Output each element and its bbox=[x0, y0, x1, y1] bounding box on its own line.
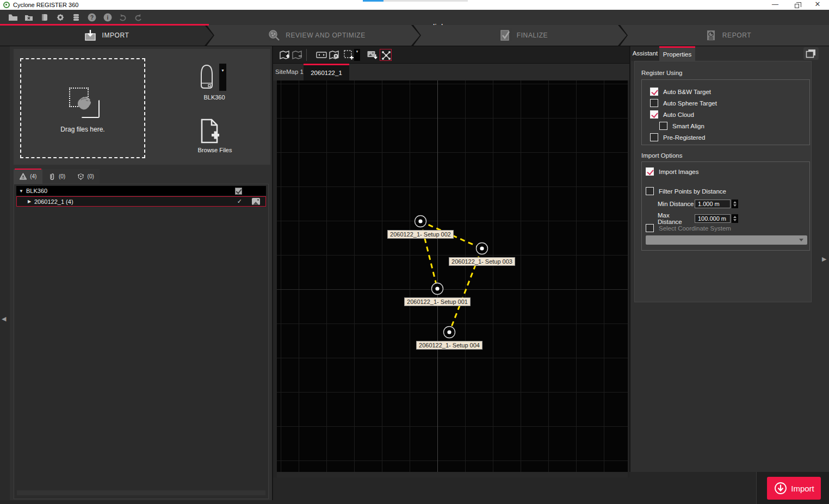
step-report[interactable]: REPORT bbox=[619, 25, 829, 46]
import-images-checkbox[interactable] bbox=[646, 167, 654, 176]
tab-count: (0) bbox=[59, 173, 65, 179]
select-options-dropdown[interactable]: ▼ bbox=[354, 49, 360, 61]
import-arrow-icon bbox=[774, 481, 788, 495]
min-distance-row: Min Distance 1.000 m bbox=[658, 200, 738, 208]
export-image-icon[interactable] bbox=[366, 49, 378, 61]
setup-label[interactable]: 2060122_1- Setup 003 bbox=[449, 257, 515, 266]
tab-attachments[interactable]: (0) bbox=[42, 169, 71, 184]
properties-card: Register Using Auto B&W TargetAuto Spher… bbox=[634, 61, 812, 302]
coordinate-system-checkbox[interactable] bbox=[646, 224, 654, 232]
active-step-indicator bbox=[0, 24, 209, 26]
expand-caret-icon[interactable]: ▼ bbox=[16, 189, 26, 194]
checkbox[interactable] bbox=[650, 133, 658, 141]
checkbox[interactable] bbox=[650, 110, 658, 119]
device-dropdown[interactable]: ▼ bbox=[219, 64, 226, 91]
review-step-icon bbox=[268, 29, 281, 42]
setup-links-layer bbox=[277, 80, 628, 472]
register-option-3: Smart Align bbox=[650, 120, 717, 132]
setup-label[interactable]: 2060122_1- Setup 002 bbox=[387, 230, 454, 239]
pano-view-icon[interactable] bbox=[315, 49, 327, 61]
register-option-4: Pre-Registered bbox=[650, 132, 717, 143]
sitemap-panel: ▼ SiteMap 1 2060122_1 2060122_1- Setup 0… bbox=[273, 46, 629, 477]
collapse-left-panel-arrow-icon[interactable]: ◀ bbox=[2, 315, 6, 322]
checkbox-label: Auto Sphere Target bbox=[663, 100, 717, 107]
file-tree: ▼ BLK360 ▶ 2060122_1 (4) ✓ bbox=[14, 184, 269, 499]
filter-points-checkbox[interactable] bbox=[646, 187, 654, 195]
device-label: BLK360 bbox=[191, 94, 238, 101]
tab-sitemap-1[interactable]: SiteMap 1 bbox=[275, 64, 304, 80]
tab-scans[interactable]: (0) bbox=[71, 169, 100, 184]
setup-label[interactable]: 2060122_1- Setup 004 bbox=[416, 341, 482, 350]
workflow-steps: IMPORT REVIEW AND OPTIMIZE FINALIZE REPO… bbox=[0, 25, 829, 46]
attachment-icon bbox=[48, 172, 56, 181]
setup-label[interactable]: 2060122_1- Setup 001 bbox=[404, 297, 471, 306]
show-links-icon[interactable] bbox=[380, 49, 392, 61]
blk360-device-icon[interactable] bbox=[199, 63, 231, 91]
tab-warnings[interactable]: (4) bbox=[14, 169, 42, 184]
restore-button[interactable] bbox=[789, 0, 805, 9]
sitemap-canvas[interactable]: 2060122_1- Setup 0022060122_1- Setup 003… bbox=[277, 80, 628, 472]
step-finalize[interactable]: FINALIZE bbox=[412, 25, 627, 46]
tab-2060122-1[interactable]: 2060122_1 bbox=[304, 64, 349, 80]
redo-icon[interactable] bbox=[133, 12, 144, 23]
help-icon[interactable]: ? bbox=[86, 12, 97, 23]
checkbox[interactable] bbox=[650, 99, 658, 107]
import-data-icon[interactable] bbox=[39, 12, 50, 23]
area-select-icon[interactable] bbox=[343, 49, 355, 61]
list-scrollbar[interactable] bbox=[17, 490, 265, 495]
check-icon: ✓ bbox=[237, 198, 242, 205]
collapse-right-panel-arrow-icon[interactable]: ▶ bbox=[822, 256, 826, 263]
file-list-tabs: (4) (0) (0) bbox=[14, 169, 100, 184]
tree-row-2060122-1[interactable]: ▶ 2060122_1 (4) ✓ bbox=[16, 196, 266, 207]
checkbox[interactable] bbox=[650, 88, 658, 96]
settings-gear-icon[interactable] bbox=[55, 12, 66, 23]
report-step-icon bbox=[704, 29, 717, 42]
browse-files-source[interactable]: Browse Files bbox=[199, 119, 231, 161]
step-review[interactable]: REVIEW AND OPTIMIZE bbox=[206, 25, 420, 46]
device-source[interactable]: ▼ BLK360 bbox=[199, 63, 231, 106]
finalize-step-icon bbox=[499, 29, 512, 42]
max-distance-input[interactable]: 100.000 m bbox=[695, 214, 731, 223]
image-badge-icon[interactable] bbox=[252, 198, 260, 205]
app-logo-icon bbox=[3, 2, 10, 8]
close-button[interactable]: ✕ bbox=[809, 0, 826, 9]
import-options-group: Import Images Filter Points by Distance … bbox=[641, 161, 810, 251]
tab-assistant[interactable]: Assistant bbox=[631, 46, 659, 61]
open-project-icon[interactable] bbox=[8, 12, 18, 23]
undo-icon[interactable] bbox=[117, 12, 128, 23]
storage-icon[interactable] bbox=[71, 12, 82, 23]
checkbox[interactable] bbox=[659, 122, 667, 130]
map-scrollbar[interactable] bbox=[277, 472, 628, 477]
coordinate-system-option: Select Coordinate System bbox=[646, 224, 731, 232]
scan-icon bbox=[77, 172, 85, 181]
checkbox-label: Pre-Registered bbox=[663, 134, 705, 141]
remove-sitemap-icon[interactable] bbox=[291, 49, 303, 61]
about-icon[interactable]: i bbox=[102, 12, 113, 23]
min-distance-stepper[interactable] bbox=[732, 200, 738, 208]
progress-bar bbox=[363, 0, 468, 2]
setup-node-dot bbox=[418, 219, 422, 223]
import-button[interactable]: Import bbox=[767, 477, 821, 500]
expand-caret-icon[interactable]: ▶ bbox=[24, 199, 34, 204]
drag-drop-zone[interactable]: Drag files here. bbox=[20, 58, 145, 158]
sitemap-location-icon[interactable] bbox=[328, 49, 340, 61]
setup-node-dot bbox=[480, 246, 484, 250]
import-step-icon bbox=[84, 29, 97, 42]
register-option-0: Auto B&W Target bbox=[650, 86, 717, 97]
coordinate-system-dropdown[interactable] bbox=[646, 235, 807, 245]
step-label: REVIEW AND OPTIMIZE bbox=[286, 32, 366, 39]
layout-panels-icon[interactable] bbox=[803, 47, 819, 60]
min-distance-input[interactable]: 1.000 m bbox=[695, 200, 731, 208]
checkbox-label: Smart Align bbox=[672, 123, 704, 129]
add-sitemap-icon[interactable] bbox=[279, 49, 290, 61]
minimize-button[interactable]: — bbox=[767, 0, 783, 9]
tree-row-blk360[interactable]: ▼ BLK360 bbox=[16, 186, 266, 196]
step-import[interactable]: IMPORT bbox=[0, 25, 213, 46]
tab-properties[interactable]: Properties bbox=[659, 46, 695, 61]
tab-count: (0) bbox=[88, 173, 94, 179]
register-option-1: Auto Sphere Target bbox=[650, 97, 717, 109]
filter-points-option: Filter Points by Distance bbox=[646, 187, 726, 195]
tree-checkbox[interactable] bbox=[235, 188, 242, 195]
max-distance-stepper[interactable] bbox=[732, 214, 738, 223]
close-project-icon[interactable] bbox=[23, 12, 34, 23]
